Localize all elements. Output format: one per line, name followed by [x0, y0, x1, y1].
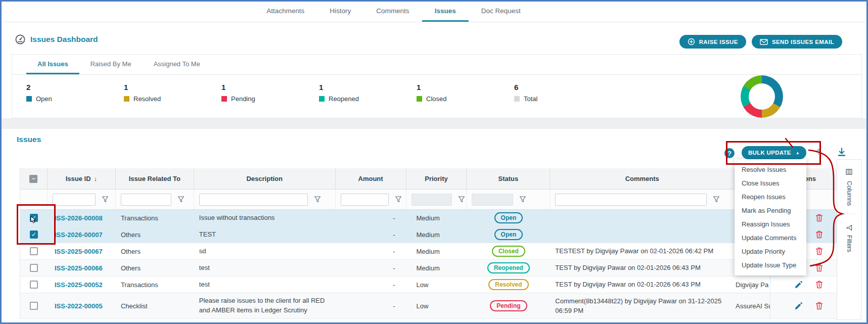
filter-funnel-icon[interactable] [177, 196, 185, 203]
side-tab-columns[interactable]: Columns [837, 160, 861, 212]
raise-issue-label: RAISE ISSUE [699, 39, 738, 45]
side-tab-filters[interactable]: Filters [837, 216, 861, 258]
menu-item-mark-as-pending[interactable]: Mark as Pending [735, 204, 806, 217]
delete-button[interactable] [815, 230, 823, 239]
column-header-comments[interactable]: Comments [550, 168, 735, 189]
issue-id-link[interactable]: ISS-2025-00066 [55, 264, 103, 272]
delete-button[interactable] [815, 264, 823, 272]
issue-id-link[interactable]: ISS-2026-00008 [55, 214, 103, 222]
comments-value: TESTEST by Digvijay Pawar on 02-01-2026 … [555, 247, 713, 255]
row-checkbox[interactable]: ✓ [30, 214, 38, 222]
filters-funnel-icon [846, 224, 852, 231]
filter-funnel-icon[interactable] [102, 196, 109, 203]
column-header-issue-id[interactable]: Issue ID↓ [48, 168, 116, 189]
table-header-row: –Issue ID↓Issue Related ToDescriptionAmo… [20, 168, 838, 190]
legend-swatch [124, 96, 129, 102]
issue-id-link[interactable]: ISS-2025-00067 [55, 248, 103, 255]
row-checkbox[interactable] [30, 247, 38, 255]
top-tab-issues[interactable]: Issues [422, 2, 469, 22]
view-tab-raised-by-me[interactable]: Raised By Me [79, 55, 143, 74]
column-header-issue-related-to[interactable]: Issue Related To [116, 168, 194, 189]
menu-item-close-issues[interactable]: Close Issues [735, 176, 806, 190]
delete-trash-icon[interactable] [815, 214, 823, 222]
issue-id-link[interactable]: ISS-2025-00052 [55, 281, 103, 289]
download-icon[interactable] [837, 147, 846, 157]
edit-pencil-icon[interactable] [795, 302, 802, 310]
filter-input-issue-id[interactable] [53, 194, 96, 206]
filter-input-description[interactable] [199, 194, 308, 206]
delete-trash-icon[interactable] [815, 281, 823, 289]
menu-item-reassign-issues[interactable]: Reassign Issues [735, 217, 806, 231]
status-badge: Open [494, 212, 523, 223]
table-row: ✓ISS-2026-00008TransactionsIssue without… [20, 210, 838, 226]
column-header-label: Amount [358, 175, 383, 182]
delete-trash-icon[interactable] [815, 302, 823, 310]
issue-id-link[interactable]: ISS-2022-00005 [55, 302, 103, 310]
filter-input-issue-related-to[interactable] [121, 194, 171, 206]
priority-cell: Low [406, 300, 467, 312]
delete-button[interactable] [815, 214, 823, 222]
menu-item-update-issue-type[interactable]: Update Issue Type [735, 258, 806, 272]
top-tab-comments[interactable]: Comments [363, 2, 422, 22]
sort-desc-icon[interactable]: ↓ [94, 175, 98, 182]
row-checkbox[interactable] [30, 281, 38, 289]
filter-input-comments[interactable] [555, 194, 707, 206]
delete-trash-icon[interactable] [815, 230, 823, 239]
menu-item-update-comments[interactable]: Update Comments [735, 231, 806, 245]
view-tab-assigned-to-me[interactable]: Assigned To Me [143, 55, 211, 74]
column-header-amount[interactable]: Amount [336, 168, 406, 189]
priority-value: Low [417, 302, 429, 310]
menu-item-resolve-issues[interactable]: Resolve Issues [735, 163, 806, 176]
delete-button[interactable] [815, 247, 823, 255]
raise-issue-button[interactable]: RAISE ISSUE [679, 35, 746, 49]
amount-cell: - [336, 212, 406, 224]
menu-item-update-priority[interactable]: Update Priority [735, 245, 806, 258]
top-tab-doc-request[interactable]: Doc Request [469, 2, 533, 22]
comments-value: TEST by Digvijay Pawar on 02-01-2026 06:… [555, 281, 700, 288]
section-divider [2, 118, 866, 129]
filter-funnel-icon[interactable] [713, 196, 720, 203]
edit-button[interactable] [795, 302, 802, 310]
filter-funnel-icon[interactable] [395, 196, 402, 203]
menu-item-reopen-issues[interactable]: Reopen Issues [735, 190, 806, 204]
select-all-header-cell[interactable]: – [20, 168, 48, 189]
column-header-description[interactable]: Description [194, 168, 336, 189]
bulk-update-menu: Resolve IssuesClose IssuesReopen IssuesM… [735, 159, 806, 275]
delete-button[interactable] [815, 302, 823, 310]
column-header-priority[interactable]: Priority [406, 168, 467, 189]
row-checkbox[interactable]: ✓ [30, 230, 38, 239]
status-cell: Open [467, 227, 550, 242]
description-value: TEST [199, 230, 216, 238]
comments-cell [550, 233, 735, 237]
stat-label: Open [36, 95, 52, 103]
amount-value: - [393, 281, 395, 289]
top-tab-history[interactable]: History [317, 2, 363, 22]
edit-pencil-icon[interactable] [795, 281, 802, 289]
edit-button[interactable] [795, 281, 802, 289]
filter-funnel-icon[interactable] [314, 196, 321, 203]
filter-input-amount[interactable] [341, 194, 389, 206]
delete-button[interactable] [815, 281, 823, 289]
row-checkbox[interactable] [30, 264, 38, 272]
send-issues-email-button[interactable]: SEND ISSUES EMAIL [752, 35, 842, 49]
stat-count: 1 [417, 83, 514, 91]
top-tab-attachments[interactable]: Attachments [254, 2, 317, 22]
delete-trash-icon[interactable] [815, 264, 823, 272]
bulk-update-button[interactable]: BULK UPDATE ▲ [742, 146, 806, 159]
description-cell: TEST [194, 228, 336, 242]
table-filter-row [20, 190, 838, 210]
upload-icon[interactable] [814, 148, 823, 157]
delete-trash-icon[interactable] [815, 247, 823, 255]
row-checkbox[interactable] [30, 302, 38, 310]
select-all-checkbox[interactable]: – [29, 175, 37, 183]
related-to-value: Transactions [121, 281, 158, 289]
view-tab-all-issues[interactable]: All Issues [26, 55, 79, 74]
filter-funnel-icon[interactable] [458, 196, 465, 203]
priority-cell: Medium [406, 212, 467, 224]
table-row: ✓ISS-2026-00007OthersTEST-MediumOpen [20, 226, 838, 243]
filter-funnel-icon[interactable] [519, 196, 526, 203]
column-header-status[interactable]: Status [467, 168, 550, 189]
stat-count: 1 [221, 83, 319, 91]
issue-id-link[interactable]: ISS-2026-00007 [55, 231, 103, 239]
help-icon[interactable]: ? [724, 148, 735, 158]
